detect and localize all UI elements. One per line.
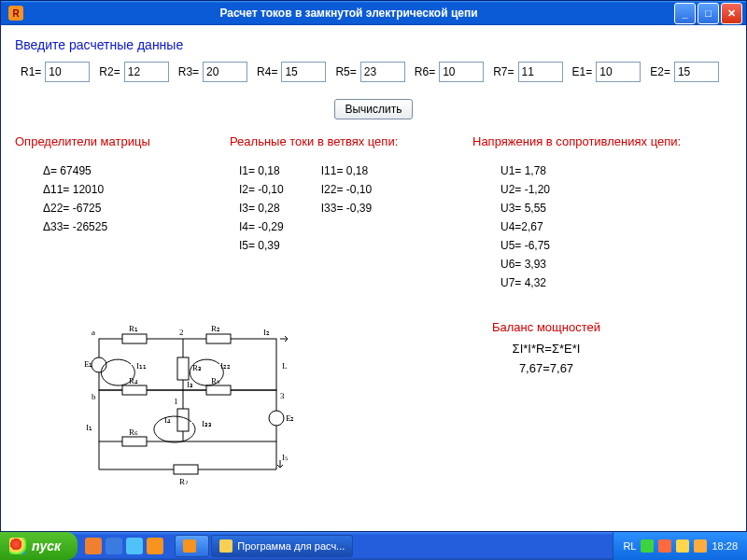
svg-text:L: L	[282, 361, 288, 371]
windows-logo-icon	[9, 538, 26, 554]
svg-point-15	[269, 411, 284, 426]
svg-text:a: a	[92, 328, 95, 337]
input-r2[interactable]	[124, 62, 169, 82]
svg-text:I₁: I₁	[86, 423, 92, 432]
input-e2[interactable]	[674, 62, 719, 82]
client-area: Введите расчетные данные R1= R2= R3= R4=…	[2, 26, 745, 530]
quick-launch	[78, 532, 171, 560]
svg-rect-8	[177, 357, 189, 380]
input-r4[interactable]	[281, 62, 326, 82]
inputs-row: R1= R2= R3= R4= R5= R6= R7= E1= E2=	[15, 62, 732, 82]
minimize-button[interactable]: _	[674, 3, 696, 24]
calculate-button[interactable]: Вычислить	[334, 99, 412, 119]
label-r3: R3=	[178, 65, 199, 78]
currents-header: Реальные токи в ветвях цепи:	[230, 134, 444, 148]
taskbar: пуск Программа для расч... RL 18:28	[0, 532, 747, 560]
form-header: Введите расчетные данные	[15, 37, 732, 52]
input-r5[interactable]	[360, 62, 405, 82]
input-r7[interactable]	[518, 62, 563, 82]
tray-icon[interactable]	[641, 539, 654, 553]
app-icon: R	[8, 6, 23, 21]
det-row: Δ22= -6725	[43, 199, 202, 217]
current-row: I5= 0,39	[239, 236, 284, 255]
svg-text:R₃: R₃	[192, 363, 202, 372]
label-r2: R2=	[99, 65, 120, 78]
label-r4: R4=	[257, 65, 277, 78]
svg-rect-6	[122, 334, 147, 343]
tray-icon[interactable]	[676, 539, 689, 553]
tray-icon[interactable]	[658, 539, 671, 553]
titlebar[interactable]: R Расчет токов в замкнутой электрической…	[1, 1, 746, 25]
maximize-button[interactable]: □	[698, 3, 719, 24]
svg-rect-12	[177, 409, 189, 431]
current-row: I11= 0,18	[321, 161, 372, 180]
ql-icon[interactable]	[106, 538, 122, 554]
svg-text:I₃: I₃	[187, 380, 193, 389]
volt-row: U2= -1,20	[500, 180, 715, 199]
power-balance: Баланс мощностей ΣI*I*R=Σ*E*I 7,67=7,67	[360, 320, 732, 381]
clock[interactable]: 18:28	[712, 540, 738, 552]
svg-rect-10	[206, 385, 231, 395]
tray-icon[interactable]	[694, 539, 707, 553]
start-label: пуск	[32, 539, 61, 553]
input-r3[interactable]	[203, 62, 247, 82]
svg-text:I₂: I₂	[263, 328, 270, 337]
svg-rect-9	[122, 385, 147, 395]
task-button[interactable]	[175, 535, 209, 557]
svg-rect-13	[174, 465, 198, 474]
label-r5: R5=	[335, 65, 356, 78]
svg-text:R₅: R₅	[211, 376, 220, 385]
ql-icon[interactable]	[126, 538, 143, 554]
svg-text:R₇: R₇	[179, 477, 189, 486]
svg-text:I₄: I₄	[164, 415, 171, 425]
close-button[interactable]: ✕	[721, 3, 742, 24]
task-button[interactable]: Программа для расч...	[211, 535, 353, 557]
input-r1[interactable]	[45, 62, 90, 82]
current-row: I4= -0,29	[239, 217, 284, 236]
svg-text:2: 2	[179, 328, 184, 337]
input-r6[interactable]	[439, 62, 484, 82]
system-tray[interactable]: RL 18:28	[613, 532, 747, 560]
window-title: Расчет токов в замкнутой электрической ц…	[23, 7, 674, 20]
label-r7: R7=	[493, 65, 514, 78]
svg-text:I₂₂: I₂₂	[220, 361, 231, 371]
current-row: I22= -0,10	[321, 180, 372, 199]
voltages-header: Напряжения в сопротивлениях цепи:	[472, 134, 715, 148]
folder-icon	[219, 539, 233, 553]
volt-row: U5= -6,75	[500, 236, 715, 255]
language-indicator[interactable]: RL	[623, 540, 636, 552]
ql-icon[interactable]	[147, 538, 163, 554]
svg-text:3: 3	[280, 391, 285, 400]
current-row: I2= -0,10	[239, 180, 284, 199]
task-buttons: Программа для расч...	[171, 532, 613, 560]
svg-text:I₃₃: I₃₃	[202, 419, 212, 428]
svg-text:I₅: I₅	[282, 453, 289, 462]
svg-text:R₁: R₁	[129, 324, 138, 333]
circuit-diagram: a R₁ 2 R₂ I₂ E₁ I₁₁ R₃ I₂₂ L I₃ b	[80, 320, 304, 488]
current-row: I33= -0,39	[321, 199, 372, 217]
ql-icon[interactable]	[85, 538, 102, 554]
current-row: I1= 0,18	[239, 161, 284, 180]
label-r1: R1=	[21, 65, 41, 78]
label-r6: R6=	[415, 65, 435, 78]
app-window: R Расчет токов в замкнутой электрической…	[0, 0, 747, 532]
volt-row: U1= 1,78	[500, 161, 715, 180]
start-button[interactable]: пуск	[0, 532, 78, 560]
det-row: Δ33= -26525	[43, 217, 202, 236]
svg-text:1: 1	[174, 397, 178, 406]
svg-text:I₁₁: I₁₁	[136, 361, 147, 371]
volt-row: U7= 4,32	[500, 273, 715, 292]
volt-row: U6= 3,93	[500, 255, 715, 273]
det-row: Δ= 67495	[43, 161, 202, 180]
determinants-header: Определители матрицы	[15, 134, 202, 148]
svg-text:E₁: E₁	[84, 359, 93, 369]
label-e2: E2=	[650, 65, 670, 78]
volt-row: U4=2,67	[500, 217, 715, 236]
input-e1[interactable]	[596, 62, 641, 82]
svg-rect-7	[206, 334, 231, 343]
task-icon	[183, 539, 196, 553]
balance-formula: ΣI*I*R=Σ*E*I	[360, 342, 732, 356]
svg-rect-11	[122, 437, 147, 446]
svg-text:b: b	[92, 392, 96, 401]
det-row: Δ11= 12010	[43, 180, 202, 199]
